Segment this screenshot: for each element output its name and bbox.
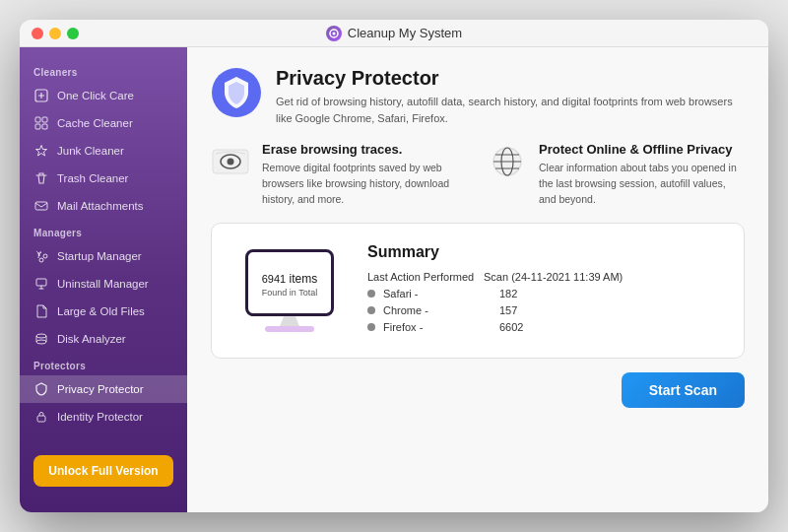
sidebar-item-label: Privacy Protector: [57, 383, 144, 395]
summary-row-action: Last Action Performed Scan (24-11-2021 1…: [367, 271, 720, 283]
unlock-full-version-button[interactable]: Unlock Full Version: [33, 455, 173, 487]
page-description: Get rid of browsing history, autofill da…: [276, 94, 745, 126]
svg-rect-6: [42, 117, 47, 122]
summary-label-safari: Safari -: [383, 288, 492, 299]
summary-card: 6941 items Found in Total Summary Last A…: [211, 223, 745, 359]
mail-icon: [33, 198, 49, 214]
feature-protect-text: Protect Online & Offline Privacy Clear i…: [539, 142, 745, 207]
app-icon: [326, 26, 342, 41]
grid-icon: [33, 115, 49, 131]
summary-label-firefox: Firefox -: [383, 321, 492, 333]
sidebar-item-label: Junk Cleaner: [57, 145, 124, 157]
svg-rect-5: [35, 117, 40, 122]
shield-icon: [33, 381, 49, 397]
title-bar-title: Cleanup My System: [326, 26, 462, 41]
svg-rect-7: [35, 124, 40, 129]
monitor-base: [265, 326, 314, 332]
feature-erase-desc: Remove digital footprints saved by web b…: [262, 161, 468, 207]
sidebar-item-label: Identity Protector: [57, 411, 143, 423]
sidebar-item-label: One Click Care: [57, 90, 134, 101]
sidebar-item-privacy-protector[interactable]: Privacy Protector: [20, 375, 187, 403]
page-header: Privacy Protector Get rid of browsing hi…: [211, 67, 745, 126]
disk-icon: [33, 331, 49, 347]
features-row: Erase browsing traces. Remove digital fo…: [211, 142, 745, 207]
sidebar-item-disk-analyzer[interactable]: Disk Analyzer: [20, 325, 187, 353]
monitor-subtitle: Found in Total: [262, 288, 317, 298]
summary-details: Summary Last Action Performed Scan (24-1…: [367, 243, 720, 338]
feature-protect-privacy: Protect Online & Offline Privacy Clear i…: [488, 142, 745, 207]
sidebar: Cleaners One Click Care: [20, 47, 187, 512]
play-icon: [33, 248, 49, 264]
svg-point-14: [36, 334, 46, 338]
summary-value-safari: 182: [499, 288, 720, 299]
protectors-section-label: Protectors: [20, 353, 187, 375]
minimize-button[interactable]: [49, 28, 61, 39]
summary-value: Scan (24-11-2021 11:39 AM): [484, 271, 720, 283]
summary-value-firefox: 6602: [499, 321, 720, 333]
svg-rect-12: [36, 279, 46, 286]
sidebar-item-label: Mail Attachments: [57, 200, 144, 212]
file-icon: [33, 303, 49, 319]
page-header-text: Privacy Protector Get rid of browsing hi…: [276, 67, 745, 126]
summary-label-chrome: Chrome -: [383, 304, 492, 316]
sidebar-item-label: Large & Old Files: [57, 305, 145, 317]
protect-privacy-icon: [488, 142, 527, 181]
app-window: Cleanup My System Cleaners One Click Car…: [20, 20, 768, 512]
sidebar-item-identity-protector[interactable]: Identity Protector: [20, 403, 187, 431]
chrome-dot: [367, 306, 375, 314]
app-title: Cleanup My System: [348, 26, 462, 40]
cursor-icon: [33, 88, 49, 103]
sidebar-item-uninstall-manager[interactable]: Uninstall Manager: [20, 270, 187, 298]
monitor-screen: 6941 items Found in Total: [245, 249, 334, 316]
traffic-lights: [32, 28, 79, 39]
svg-point-13: [36, 340, 46, 344]
uninstall-icon: [33, 276, 49, 292]
summary-row-safari: Safari - 182: [367, 288, 720, 299]
monitor-stand: [280, 316, 299, 326]
sidebar-item-junk-cleaner[interactable]: Junk Cleaner: [20, 137, 187, 165]
monitor-graphic: 6941 items Found in Total: [235, 249, 344, 332]
svg-point-10: [39, 258, 43, 262]
star-icon: [33, 143, 49, 159]
action-row: Start Scan: [211, 372, 745, 408]
main-content: Privacy Protector Get rid of browsing hi…: [187, 47, 768, 512]
close-button[interactable]: [32, 28, 43, 39]
summary-label: Last Action Performed: [367, 271, 476, 283]
erase-traces-icon: [211, 142, 250, 181]
firefox-dot: [367, 323, 375, 331]
maximize-button[interactable]: [67, 28, 79, 39]
sidebar-item-one-click-care[interactable]: One Click Care: [20, 82, 187, 109]
sidebar-item-large-old-files[interactable]: Large & Old Files: [20, 298, 187, 325]
feature-protect-desc: Clear information about tabs you opened …: [539, 161, 745, 207]
lock-icon: [33, 409, 49, 425]
summary-row-firefox: Firefox - 6602: [367, 321, 720, 333]
privacy-protector-icon: [211, 67, 262, 118]
monitor-count: 6941 items: [262, 268, 318, 286]
svg-rect-8: [42, 124, 47, 129]
svg-point-1: [332, 32, 335, 34]
sidebar-item-label: Trash Cleaner: [57, 172, 128, 184]
svg-point-19: [228, 159, 234, 166]
feature-erase-text: Erase browsing traces. Remove digital fo…: [262, 142, 468, 207]
summary-title: Summary: [367, 243, 720, 261]
trash-icon: [33, 170, 49, 186]
title-bar: Cleanup My System: [20, 20, 768, 47]
managers-section-label: Managers: [20, 220, 187, 242]
sidebar-item-label: Cache Cleaner: [57, 117, 133, 129]
sidebar-item-label: Startup Manager: [57, 250, 142, 262]
feature-erase-traces: Erase browsing traces. Remove digital fo…: [211, 142, 468, 207]
feature-erase-title: Erase browsing traces.: [262, 142, 468, 157]
summary-value-chrome: 157: [499, 304, 720, 316]
svg-rect-9: [35, 202, 47, 210]
summary-row-chrome: Chrome - 157: [367, 304, 720, 316]
svg-rect-15: [37, 416, 45, 422]
page-title: Privacy Protector: [276, 67, 745, 90]
sidebar-item-cache-cleaner[interactable]: Cache Cleaner: [20, 109, 187, 137]
sidebar-item-label: Disk Analyzer: [57, 333, 126, 345]
start-scan-button[interactable]: Start Scan: [622, 372, 745, 408]
sidebar-item-startup-manager[interactable]: Startup Manager: [20, 242, 187, 270]
sidebar-item-mail-attachments[interactable]: Mail Attachments: [20, 192, 187, 220]
cleaners-section-label: Cleaners: [20, 59, 187, 82]
svg-point-11: [43, 254, 47, 258]
sidebar-item-trash-cleaner[interactable]: Trash Cleaner: [20, 165, 187, 192]
